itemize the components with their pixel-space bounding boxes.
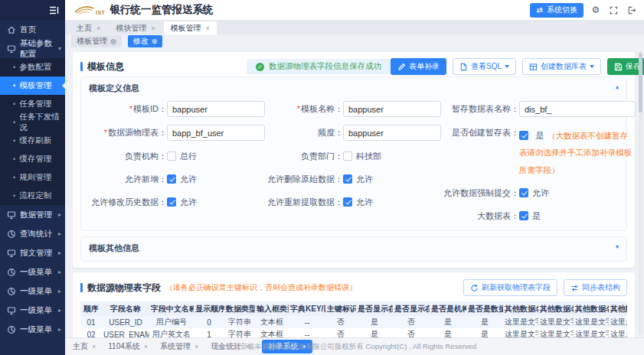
sidebar-group-data-mgmt[interactable]: 数据管理 ▸	[0, 205, 65, 224]
chevron-right-icon: ▸	[58, 211, 61, 218]
close-icon[interactable]: ×	[195, 343, 198, 350]
org-checkbox[interactable]	[167, 151, 176, 161]
sidebar-subitem-cache-mgmt[interactable]: • 缓存管理	[0, 150, 65, 168]
field-label: 负责机构：	[89, 151, 167, 162]
caret-down-icon	[590, 65, 594, 68]
allow-modify-history-checkbox[interactable]	[167, 197, 176, 207]
close-icon[interactable]: ×	[151, 24, 155, 32]
fullscreen-icon[interactable]	[608, 5, 619, 15]
collapse-caret-icon[interactable]: ▾	[616, 244, 619, 250]
sidebar-subitem-label: 模板管理	[19, 80, 51, 91]
sidebar-group-level1-menu-3[interactable]: 一级菜单 ▸	[0, 301, 65, 320]
system-switch-button[interactable]: 系统切换	[530, 3, 584, 18]
table-row[interactable]: 01 USER_ID 用户编号 0 字符串 文本框 -- 否 是 否	[80, 316, 627, 328]
sidebar-subitem-template-mgmt[interactable]: • 模板管理	[0, 77, 65, 95]
chip-label: 修改	[133, 36, 149, 47]
view-sql-button[interactable]: 查看SQL	[453, 58, 516, 75]
table-header-cell: 主键标识	[325, 301, 356, 316]
allow-add-checkbox[interactable]	[167, 174, 176, 184]
force-submit-checkbox[interactable]	[519, 188, 528, 197]
template-name-input[interactable]	[343, 101, 441, 117]
template-action-buttons: 表单补录 查看SQL	[391, 58, 644, 75]
logout-icon[interactable]	[626, 5, 636, 15]
cell-is-data: 是	[466, 328, 503, 337]
checkbox-label: 是	[532, 210, 541, 222]
bottom-tab-home[interactable]: 主页 ×	[73, 341, 96, 352]
settings-gear-icon[interactable]: ⚙	[590, 5, 601, 15]
bottom-tab-label: 主页	[73, 341, 88, 352]
circle-icon: ◎	[110, 37, 116, 45]
cell-field-name: USER_ENAME	[102, 328, 149, 337]
big-table-checkbox[interactable]	[519, 211, 528, 220]
sidebar-item-home[interactable]: 首页	[0, 20, 65, 39]
sidebar-subitem-task-dispatch[interactable]: • 任务下发情况	[0, 113, 65, 132]
sidebar-group-level1-menu-4[interactable]: 一级菜单 ▸	[0, 320, 65, 339]
close-icon[interactable]: ×	[96, 24, 100, 32]
sidebar-group-message-mgmt[interactable]: 报文管理 ▸	[0, 243, 65, 262]
refresh-fields-button[interactable]: 刷新获取物理表字段	[463, 279, 557, 296]
field-dept: 负责部门： 科技部	[265, 148, 441, 164]
cell-other-4: 这里是文字	[609, 316, 627, 328]
cell-show-in-2: 否	[393, 328, 430, 337]
app-title: 银行统一监管报送系统	[110, 3, 213, 17]
section-title-text: 数据源物理表字段	[87, 282, 161, 295]
close-icon[interactable]: ×	[92, 343, 96, 350]
sidebar-subitem-rule-mgmt[interactable]: • 规则管理	[0, 168, 65, 187]
chip-edit[interactable]: 修改 ⊗	[128, 35, 163, 47]
sidebar-subitem-process-custom[interactable]: • 流程定制	[0, 187, 65, 205]
bottom-tab-system-mgmt[interactable]: 系统管理 ×	[160, 341, 198, 352]
collapse-caret-icon[interactable]: ▴	[616, 84, 619, 90]
allow-delete-checkbox[interactable]	[343, 174, 352, 184]
datasource-table-input[interactable]	[167, 125, 265, 141]
tab-home[interactable]: 主页 ×	[70, 21, 107, 34]
table-row[interactable]: 02 USER_ENAME 用户英文名 1 字符串 文本框 -- 否 是 否	[80, 328, 627, 337]
vertical-scrollbar[interactable]	[639, 51, 642, 334]
template-id-input[interactable]	[167, 101, 265, 117]
fields-table-header: 数据源物理表字段 （请务必正确设置主键标识，否则会造成补录数据错误） 刷新获取物…	[80, 277, 627, 298]
form-supplement-button[interactable]: 表单补录	[391, 58, 446, 75]
bullet-icon: •	[13, 119, 15, 126]
tab-module-mgmt[interactable]: 模块管理 ×	[109, 21, 162, 34]
table-header-cell: 显示顺序	[194, 301, 224, 316]
close-icon[interactable]: ×	[144, 343, 148, 350]
create-staging-value: 是 （大数据表不创建暂存表请勿选择并手工添加补录模板所需字段）	[519, 125, 636, 178]
sidebar-subitem-param-config[interactable]: • 参数配置	[0, 58, 65, 77]
close-icon[interactable]: ×	[206, 24, 210, 32]
sidebar-group-base-params[interactable]: 基础参数配置 ▾	[0, 39, 65, 58]
checkbox-label: 允许	[356, 174, 373, 185]
chip-template-mgmt[interactable]: 模板管理 ◎	[71, 35, 122, 47]
create-staging-checkbox[interactable]	[519, 131, 528, 140]
chevron-right-icon: ▸	[58, 269, 61, 275]
sidebar-subitem-cache-refresh[interactable]: • 缓存刷新	[0, 132, 65, 150]
dept-checkbox[interactable]	[343, 151, 352, 161]
field-label: 允许重新提取数据：	[265, 197, 343, 208]
tab-template-mgmt[interactable]: 模板管理 ×	[164, 21, 217, 34]
field-allow-modify-history: 允许修改历史数据： 允许	[89, 194, 265, 210]
allow-reextract-checkbox[interactable]	[343, 197, 352, 207]
sidebar-group-query-stats[interactable]: 查询统计 ▸	[0, 224, 65, 243]
sidebar-collapse-icon[interactable]	[48, 5, 59, 15]
frequency-input[interactable]	[343, 125, 441, 141]
sidebar-group-level1-menu-2[interactable]: 一级菜单 ▸	[0, 282, 65, 301]
vertical-scrollbar-thumb[interactable]	[639, 53, 642, 112]
cell-order: 01	[80, 316, 102, 328]
bottom-tab-1104[interactable]: 1104系统 ×	[108, 341, 148, 352]
main-area: IST 银行统一监管报送系统 系统切换 ⚙	[65, 0, 644, 355]
close-circle-icon[interactable]: ⊗	[152, 37, 158, 45]
monitor-icon	[7, 210, 16, 220]
cell-other-4: 这里是文字	[609, 328, 627, 337]
edit-pencil-icon	[397, 63, 406, 71]
table-header-cell: 字典KEY/日...	[289, 301, 325, 316]
sidebar-header	[0, 0, 65, 20]
sidebar-group-label: 基础参数配置	[20, 38, 54, 60]
staging-table-name-input[interactable]	[519, 101, 636, 117]
cell-is-data: 是	[466, 316, 503, 328]
bottom-tab-bar: 主页 × 1104系统 × 系统管理 × 现金统计 × 补录系统 × 北京银丰新…	[65, 337, 644, 355]
create-db-table-button[interactable]: 创建数据库表	[522, 58, 601, 75]
sync-structure-button[interactable]: 同步表结构	[564, 279, 627, 296]
field-label: 是否创建暂存表：	[441, 125, 519, 138]
chevron-right-icon: ▸	[58, 230, 61, 237]
sidebar-subitem-task-mgmt[interactable]: • 任务管理	[0, 95, 65, 113]
sidebar-group-level1-menu-1[interactable]: 一级菜单 ▸	[0, 262, 65, 282]
field-label: 允许修改历史数据：	[89, 197, 167, 208]
